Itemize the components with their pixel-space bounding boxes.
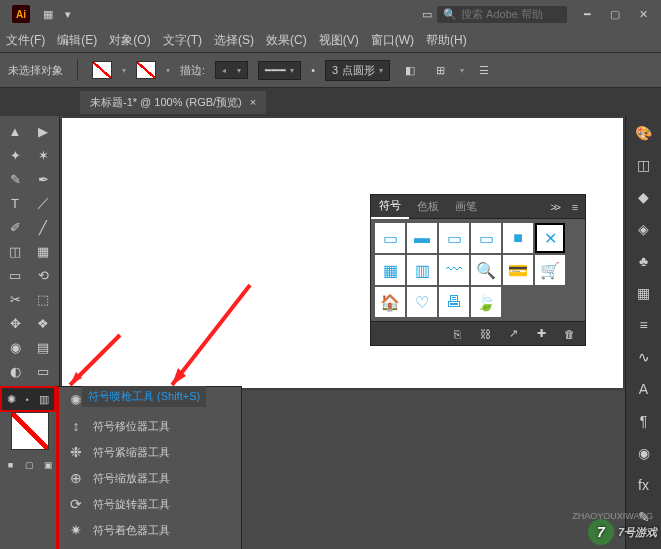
stroke-swatch[interactable] [136,61,156,79]
tab-symbols[interactable]: 符号 [371,194,409,219]
stroke-profile[interactable]: 3 点圆形 ▾ [325,60,390,81]
stroke-weight[interactable]: ◂ ▾ [215,61,248,79]
tool-button[interactable]: ◉ [2,336,28,358]
panel-icon[interactable]: ◉ [631,440,657,466]
panel-icon[interactable]: fx [631,472,657,498]
symbol-item[interactable]: 🍃 [471,287,501,317]
menu-type[interactable]: 文字(T) [163,32,202,49]
menu-object[interactable]: 对象(O) [109,32,150,49]
menu-select[interactable]: 选择(S) [214,32,254,49]
tool-button[interactable]: ❖ [30,312,56,334]
menu-help[interactable]: 帮助(H) [426,32,467,49]
tab-swatches[interactable]: 色板 [409,195,447,218]
menu-file[interactable]: 文件(F) [6,32,45,49]
panel-footer-icon[interactable]: 🗑 [559,324,579,344]
menu-view[interactable]: 视图(V) [319,32,359,49]
fill-swatch[interactable] [92,61,112,79]
panel-icon[interactable]: ◆ [631,184,657,210]
tool-button[interactable]: ⟲ [30,264,56,286]
search-input[interactable] [461,8,561,20]
fill-stroke-swatch[interactable] [11,412,49,450]
tool-button[interactable]: ▭ [30,360,56,382]
panel-footer-icon[interactable]: ⛓ [475,324,495,344]
flyout-item[interactable]: ⟳符号旋转器工具 [59,491,241,517]
flyout-item[interactable]: ◐符号滤色器工具 [59,543,241,549]
panel-icon[interactable]: A [631,376,657,402]
panel-icon[interactable]: ◈ [631,216,657,242]
panel-icon[interactable]: ◫ [631,152,657,178]
panel-icon[interactable]: ¶ [631,408,657,434]
symbol-item[interactable]: 🖶 [439,287,469,317]
panel-footer-icon[interactable]: ⎘ [447,324,467,344]
symbol-item[interactable]: ▬ [407,223,437,253]
tool-button[interactable]: ✎ [2,168,28,190]
more-icon[interactable]: ☰ [474,60,494,80]
maximize-button[interactable]: ▢ [601,3,629,25]
minimize-button[interactable]: ━ [573,3,601,25]
flyout-item[interactable]: ⊕符号缩放器工具 [59,465,241,491]
symbol-item[interactable]: ✕ [535,223,565,253]
flyout-item[interactable]: ✷符号着色器工具 [59,517,241,543]
symbol-item[interactable]: ▭ [375,223,405,253]
symbol-item[interactable]: ♡ [407,287,437,317]
close-button[interactable]: ✕ [629,3,657,25]
document-tab[interactable]: 未标题-1* @ 100% (RGB/预览) × [80,91,266,114]
tool-button[interactable]: ◐ [2,360,28,382]
panel-footer-icon[interactable]: ↗ [503,324,523,344]
symbol-item[interactable]: 💳 [503,255,533,285]
tab-brushes[interactable]: 画笔 [447,195,485,218]
panel-footer-icon[interactable]: ✚ [531,324,551,344]
panel-expand-icon[interactable]: >> [544,201,565,213]
panel-icon[interactable]: ∿ [631,344,657,370]
panel-icon[interactable]: 🎨 [631,120,657,146]
menu-effect[interactable]: 效果(C) [266,32,307,49]
color-mode-button[interactable]: ▢ [21,454,38,476]
app-logo: Ai [12,5,30,23]
tool-button[interactable]: ／ [30,192,56,214]
tool-button[interactable]: ✒ [30,168,56,190]
symbol-item[interactable]: 〰 [439,255,469,285]
tool-button[interactable]: ▦ [30,240,56,262]
bridge-icon[interactable]: ▦ [38,4,58,24]
tool-button[interactable]: ✦ [2,144,28,166]
symbol-tool-active[interactable]: ✺ ▪ ▥ [0,386,56,412]
panel-icon[interactable]: ♣ [631,248,657,274]
menu-edit[interactable]: 编辑(E) [57,32,97,49]
symbol-item[interactable]: 🏠 [375,287,405,317]
panel-icon[interactable]: ▦ [631,280,657,306]
symbol-item[interactable]: 🛒 [535,255,565,285]
align-icon[interactable]: ⊞ [430,60,450,80]
tool-button[interactable]: ⬚ [30,288,56,310]
panel-icon[interactable]: ≡ [631,312,657,338]
color-mode-button[interactable]: ■ [2,454,19,476]
tool-button[interactable]: T [2,192,28,214]
symbol-item[interactable]: 🔍 [471,255,501,285]
symbol-item[interactable]: ▥ [407,255,437,285]
tool-button[interactable]: ◫ [2,240,28,262]
tool-button[interactable]: ✐ [2,216,28,238]
search-box[interactable]: 🔍 [437,6,567,23]
tool-button[interactable]: ✶ [30,144,56,166]
tool-button[interactable]: ✥ [2,312,28,334]
tool-button[interactable]: ╱ [30,216,56,238]
flyout-item[interactable]: ❉符号紧缩器工具 [59,439,241,465]
symbol-item[interactable]: ▭ [471,223,501,253]
flyout-label: 符号紧缩器工具 [93,445,170,460]
symbol-item[interactable]: ▦ [375,255,405,285]
tool-button[interactable]: ▭ [2,264,28,286]
opacity-icon[interactable]: ◧ [400,60,420,80]
symbol-item[interactable]: ■ [503,223,533,253]
tool-button[interactable]: ▲ [2,120,28,142]
brush-def[interactable]: ━━━ ▾ [258,61,301,80]
symbol-item[interactable]: ▭ [439,223,469,253]
tool-button[interactable]: ✂ [2,288,28,310]
tool-button[interactable]: ▶ [30,120,56,142]
tab-close-icon[interactable]: × [250,96,256,108]
tool-button[interactable]: ▤ [30,336,56,358]
doc-layout-icon[interactable]: ▭ [417,4,437,24]
flyout-item[interactable]: ↕符号移位器工具 [59,413,241,439]
menu-window[interactable]: 窗口(W) [371,32,414,49]
color-mode-button[interactable]: ▣ [40,454,57,476]
panel-menu-icon[interactable]: ≡ [565,197,585,217]
arrange-icon[interactable]: ▾ [58,4,78,24]
